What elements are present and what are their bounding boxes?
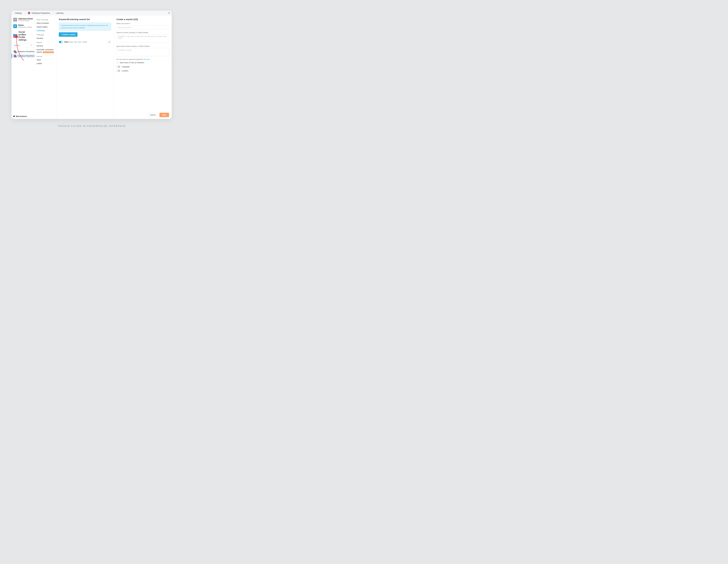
help-link[interactable]: click here. [143, 58, 150, 60]
toggle-icon [116, 66, 120, 68]
avatar: V [13, 18, 17, 22]
instagram-icon: ◉ [13, 36, 15, 38]
create-search-panel: Create a search (1/2) Name your search *… [114, 15, 172, 119]
close-icon[interactable]: ✕ [168, 12, 170, 14]
settings-window: Settings Vladislava Patsekhina Listening… [12, 11, 172, 119]
ignore-words-field[interactable] [116, 48, 169, 56]
avatar: in [14, 50, 16, 53]
twitter-icon [15, 34, 17, 36]
nav-group-header: Inbox / Listening [37, 19, 54, 21]
nav-publishing-general[interactable]: General [37, 37, 54, 40]
nav-inbox-assistant[interactable]: Inbox Assistant [37, 21, 54, 25]
help-text: For more info on advanced searches click… [116, 58, 169, 60]
social-title: Social profiles [18, 31, 26, 36]
nav-group-header: Publishing [37, 34, 54, 36]
sidebar-nav: Inbox / Listening Inbox Assistant Saved … [35, 15, 56, 119]
breadcrumb: Settings Vladislava Patsekhina Listening… [12, 11, 172, 15]
nav-listening[interactable]: Listening [37, 29, 54, 33]
twitter-badge-icon [15, 56, 17, 58]
language-toggle-row[interactable]: Language [116, 66, 169, 68]
nav-group-header: Reports [37, 42, 54, 43]
nav-scheduled-reports[interactable]: Automatic scheduled reports Power Report… [37, 48, 54, 54]
language-label: Language [122, 66, 129, 68]
beta-features-link[interactable]: Beta features [13, 115, 27, 117]
nav-saved-replies[interactable]: Saved replies [37, 25, 54, 29]
list-item[interactable]: in Vladislava Patsekhina [13, 49, 33, 54]
account-sub: Personal settings [18, 20, 33, 22]
toggle-icon [116, 70, 120, 72]
next-button[interactable]: Next [159, 113, 169, 117]
figure-caption: TOGGLE FILTER IN AGORAPULSE INTERFACE [0, 125, 183, 128]
field-label: Name your search * [116, 23, 169, 24]
account-sub: Organization settings [18, 26, 32, 28]
facebook-icon: f [13, 34, 15, 36]
panel-title: Create a search (1/2) [116, 18, 169, 21]
power-reports-badge: Power Reports [43, 51, 54, 53]
social-icons-grid: f ◉ in [13, 34, 17, 38]
avatar [28, 12, 30, 14]
footer-buttons: Cancel Next [148, 113, 169, 117]
search-input[interactable] [14, 44, 30, 46]
save-users-checkbox-row[interactable]: Save users in Fans & Followers [116, 62, 169, 64]
social-sub: Profile settings [18, 36, 26, 41]
search-list-item: Stars nasa, star, stars, space [59, 40, 111, 44]
panel-title: Keyword/Listening search list [59, 18, 111, 21]
account-name: Vladislava Patsekhina [18, 18, 33, 20]
search-name: Stars nasa, star, stars, space [64, 41, 87, 43]
search-input-wrapper [13, 43, 33, 48]
breadcrumb-separator [24, 11, 26, 15]
rocket-icon [13, 115, 15, 117]
breadcrumb-settings[interactable]: Settings [13, 11, 24, 15]
avatar [14, 55, 16, 57]
breadcrumb-separator [52, 11, 54, 15]
breadcrumb-page[interactable]: Listening [54, 11, 65, 15]
field-label: Ignore these words, phrases or Twitter h… [116, 45, 169, 47]
nav-labels[interactable]: Labels [37, 62, 54, 66]
field-label: Search for words, phrases or Twitter han… [116, 32, 169, 33]
search-name-field[interactable] [116, 25, 169, 30]
create-search-button[interactable]: + Create a search [59, 32, 77, 37]
body: V Vladislava Patsekhina Personal setting… [12, 15, 172, 119]
svg-point-0 [31, 45, 32, 46]
chevron-down-icon [31, 35, 33, 37]
profile-name: Vladislava Patsekhina [17, 55, 34, 57]
sidebar-accounts: V Vladislava Patsekhina Personal setting… [12, 15, 35, 119]
search-words-field[interactable] [116, 34, 169, 43]
help-prefix: For more info on advanced searches [116, 58, 143, 60]
sidebar-item-social[interactable]: f ◉ in Social profiles Profile settings [13, 30, 33, 42]
search-list-panel: Keyword/Listening search list Create sea… [56, 15, 114, 119]
profile-name: Vladislava Patsekhina [17, 51, 34, 53]
account-name: Eleken [18, 24, 32, 26]
cancel-button[interactable]: Cancel [148, 113, 158, 117]
sidebar-item-org[interactable]: E Eleken Organization settings [13, 23, 33, 29]
info-banner: Create searches for words, phrases, hash… [59, 23, 111, 31]
location-toggle-row[interactable]: Location [116, 70, 169, 72]
save-users-label: Save users in Fans & Followers [120, 62, 144, 64]
location-label: Location [122, 70, 128, 72]
linkedin-badge-icon: in [15, 52, 17, 53]
breadcrumb-user[interactable]: Vladislava Patsekhina [26, 11, 52, 15]
search-toggle[interactable] [59, 41, 63, 43]
breadcrumb-user-label: Vladislava Patsekhina [31, 12, 50, 14]
nav-reports-general[interactable]: General [37, 44, 54, 48]
beta-label: Beta features [16, 115, 27, 117]
linkedin-icon: in [15, 36, 17, 38]
checkbox-icon [116, 62, 119, 64]
avatar: E [13, 24, 17, 28]
search-icon [30, 44, 32, 47]
edit-button[interactable] [108, 40, 111, 44]
nav-team[interactable]: Team [37, 58, 54, 62]
nav-group-header: General [37, 56, 54, 57]
pencil-icon [108, 41, 110, 43]
sidebar-item-personal[interactable]: V Vladislava Patsekhina Personal setting… [13, 17, 33, 22]
list-item[interactable]: Vladislava Patsekhina [12, 54, 35, 58]
